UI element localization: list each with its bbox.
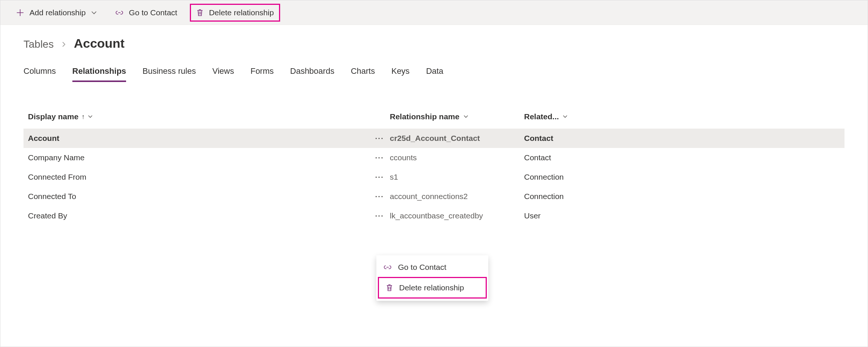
tab-charts[interactable]: Charts [351,66,375,82]
table-header: Display name ↑ Relationship name Related… [23,112,845,129]
display-name-cell: Connected To [28,192,375,201]
tab-views[interactable]: Views [212,66,234,82]
go-to-contact-button[interactable]: Go to Contact [110,4,183,22]
plus-icon [16,9,24,17]
col-display-name[interactable]: Display name ↑ [28,112,390,121]
breadcrumb: Tables Account [23,36,845,51]
related-cell: Connection [524,173,840,182]
relationship-name-cell: lk_accountbase_createdby [390,211,524,220]
tab-columns[interactable]: Columns [23,66,56,82]
col-related[interactable]: Related... [524,112,840,121]
chevron-down-icon [463,114,469,119]
tab-relationships[interactable]: Relationships [72,66,126,82]
relationship-name-cell: ccounts [390,153,524,162]
table-row[interactable]: Connected From···s1Connection [23,167,845,187]
chevron-right-icon [61,41,66,48]
related-cell: User [524,211,840,220]
link-icon [115,9,124,16]
breadcrumb-current: Account [74,36,125,51]
display-name-cell: Company Name [28,153,375,162]
row-more-actions[interactable]: ··· [375,134,390,143]
display-name-cell: Account [28,134,375,143]
table-row[interactable]: Created By···lk_accountbase_createdbyUse… [23,206,845,225]
col-related-label: Related... [524,112,559,121]
tab-business-rules[interactable]: Business rules [142,66,196,82]
context-go-to-contact[interactable]: Go to Contact [376,258,488,277]
display-name-cell: Created By [28,211,375,220]
content-area: Tables Account Columns Relationships Bus… [0,25,868,225]
row-more-actions[interactable]: ··· [375,153,390,162]
table-row[interactable]: Connected To···account_connections2Conne… [23,187,845,206]
context-delete-relationship-label: Delete relationship [399,283,464,292]
trash-icon [386,284,393,292]
table-row[interactable]: Account···cr25d_Account_ContactContact [23,129,845,148]
relationship-name-cell: s1 [390,173,524,182]
tab-keys[interactable]: Keys [391,66,410,82]
related-cell: Connection [524,192,840,201]
breadcrumb-root[interactable]: Tables [23,38,54,50]
row-more-actions[interactable]: ··· [375,173,390,182]
row-more-actions[interactable]: ··· [375,211,390,220]
related-cell: Contact [524,153,840,162]
row-more-actions[interactable]: ··· [375,192,390,201]
delete-relationship-button[interactable]: Delete relationship [190,4,280,22]
trash-icon [196,9,204,17]
toolbar: Add relationship Go to Contact Delete re… [0,0,868,25]
col-relationship-name-label: Relationship name [390,112,460,121]
context-go-to-contact-label: Go to Contact [398,263,446,272]
link-icon [383,264,392,271]
display-name-cell: Connected From [28,173,375,182]
context-delete-relationship[interactable]: Delete relationship [378,277,487,299]
relationship-name-cell: account_connections2 [390,192,524,201]
add-relationship-label: Add relationship [29,8,86,17]
chevron-down-icon [88,114,93,119]
chevron-down-icon [563,114,568,119]
chevron-down-icon [91,10,97,16]
sort-ascending-icon: ↑ [81,113,85,121]
tab-dashboards[interactable]: Dashboards [290,66,335,82]
tabs: Columns Relationships Business rules Vie… [23,66,845,82]
tab-forms[interactable]: Forms [250,66,273,82]
relationship-name-cell: cr25d_Account_Contact [390,134,524,143]
tab-data[interactable]: Data [426,66,443,82]
table-row[interactable]: Company Name···ccountsContact [23,148,845,167]
col-relationship-name[interactable]: Relationship name [390,112,524,121]
col-display-name-label: Display name [28,112,78,121]
go-to-contact-label: Go to Contact [129,8,178,17]
context-menu: Go to Contact Delete relationship [376,255,488,301]
delete-relationship-label: Delete relationship [209,8,274,17]
related-cell: Contact [524,134,840,143]
relationships-table: Display name ↑ Relationship name Related… [23,112,845,225]
add-relationship-button[interactable]: Add relationship [11,4,102,22]
